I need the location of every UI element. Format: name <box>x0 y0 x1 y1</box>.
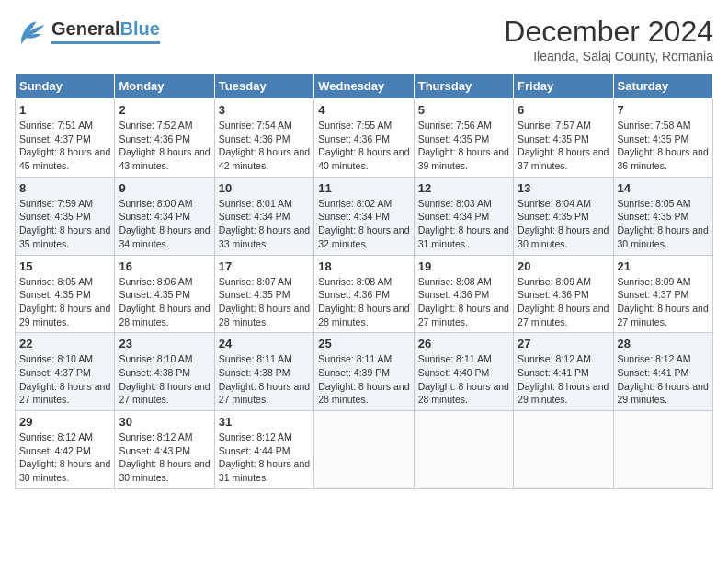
day-info: Sunrise: 8:00 AM Sunset: 4:34 PM Dayligh… <box>119 197 210 251</box>
daylight-text: Daylight: 8 hours and 35 minutes. <box>19 224 110 249</box>
daylight-text: Daylight: 8 hours and 33 minutes. <box>219 224 310 249</box>
calendar-cell: 23 Sunrise: 8:10 AM Sunset: 4:38 PM Dayl… <box>115 333 214 411</box>
weekday-header-monday: Monday <box>115 74 214 99</box>
day-number: 15 <box>19 259 110 273</box>
day-number: 2 <box>119 103 210 117</box>
daylight-text: Daylight: 8 hours and 32 minutes. <box>318 224 409 249</box>
sunset-text: Sunset: 4:42 PM <box>19 445 91 456</box>
calendar-cell <box>613 411 712 489</box>
logo-bird-icon <box>15 15 48 48</box>
daylight-text: Daylight: 8 hours and 27 minutes. <box>418 303 509 327</box>
daylight-text: Daylight: 8 hours and 27 minutes. <box>618 303 709 327</box>
sunrise-text: Sunrise: 8:12 AM <box>219 431 292 442</box>
sunrise-text: Sunrise: 8:12 AM <box>119 431 192 442</box>
sunrise-text: Sunrise: 8:09 AM <box>618 276 691 287</box>
daylight-text: Daylight: 8 hours and 34 minutes. <box>119 224 210 249</box>
sunrise-text: Sunrise: 8:11 AM <box>318 353 392 364</box>
sunset-text: Sunset: 4:37 PM <box>19 367 91 378</box>
day-number: 16 <box>119 259 210 273</box>
day-number: 27 <box>518 337 609 350</box>
day-number: 5 <box>418 103 509 117</box>
day-number: 10 <box>219 181 310 195</box>
sunset-text: Sunset: 4:35 PM <box>518 211 589 222</box>
daylight-text: Daylight: 8 hours and 27 minutes. <box>518 303 609 327</box>
day-number: 11 <box>318 181 409 195</box>
sunset-text: Sunset: 4:41 PM <box>518 367 589 378</box>
sunrise-text: Sunrise: 8:05 AM <box>19 276 93 287</box>
sunrise-text: Sunrise: 8:12 AM <box>518 353 591 364</box>
daylight-text: Daylight: 8 hours and 27 minutes. <box>119 381 210 406</box>
sunrise-text: Sunrise: 7:58 AM <box>618 120 691 131</box>
title-section: December 2024 Ileanda, Salaj County, Rom… <box>504 15 713 63</box>
day-info: Sunrise: 7:56 AM Sunset: 4:35 PM Dayligh… <box>418 119 509 173</box>
day-number: 20 <box>518 259 609 273</box>
daylight-text: Daylight: 8 hours and 43 minutes. <box>119 146 210 171</box>
day-number: 7 <box>618 103 709 117</box>
daylight-text: Daylight: 8 hours and 42 minutes. <box>219 146 310 171</box>
day-number: 3 <box>219 103 310 117</box>
day-info: Sunrise: 8:05 AM Sunset: 4:35 PM Dayligh… <box>19 275 110 329</box>
logo-general: General <box>51 18 119 40</box>
sunrise-text: Sunrise: 8:02 AM <box>318 198 392 209</box>
daylight-text: Daylight: 8 hours and 30 minutes. <box>19 458 110 483</box>
day-info: Sunrise: 8:02 AM Sunset: 4:34 PM Dayligh… <box>318 197 409 251</box>
day-info: Sunrise: 7:58 AM Sunset: 4:35 PM Dayligh… <box>618 119 709 173</box>
day-info: Sunrise: 8:11 AM Sunset: 4:38 PM Dayligh… <box>219 352 310 407</box>
day-number: 4 <box>318 103 409 117</box>
daylight-text: Daylight: 8 hours and 37 minutes. <box>518 146 609 171</box>
sunset-text: Sunset: 4:36 PM <box>219 133 290 144</box>
day-info: Sunrise: 8:04 AM Sunset: 4:35 PM Dayligh… <box>518 197 609 251</box>
calendar-cell: 27 Sunrise: 8:12 AM Sunset: 4:41 PM Dayl… <box>514 333 613 411</box>
daylight-text: Daylight: 8 hours and 40 minutes. <box>318 146 409 171</box>
day-number: 31 <box>219 415 310 429</box>
day-info: Sunrise: 8:12 AM Sunset: 4:41 PM Dayligh… <box>618 352 709 407</box>
sunset-text: Sunset: 4:41 PM <box>618 367 689 378</box>
daylight-text: Daylight: 8 hours and 30 minutes. <box>119 458 210 483</box>
calendar-week-5: 29 Sunrise: 8:12 AM Sunset: 4:42 PM Dayl… <box>16 411 713 489</box>
daylight-text: Daylight: 8 hours and 30 minutes. <box>518 224 609 249</box>
logo: General Blue <box>15 15 160 48</box>
calendar-cell: 9 Sunrise: 8:00 AM Sunset: 4:34 PM Dayli… <box>115 177 214 255</box>
sunset-text: Sunset: 4:35 PM <box>518 133 589 144</box>
sunset-text: Sunset: 4:36 PM <box>518 289 589 300</box>
calendar-cell: 24 Sunrise: 8:11 AM Sunset: 4:38 PM Dayl… <box>214 333 313 411</box>
calendar-cell: 30 Sunrise: 8:12 AM Sunset: 4:43 PM Dayl… <box>115 411 214 489</box>
sunrise-text: Sunrise: 7:52 AM <box>119 120 192 131</box>
calendar-cell: 19 Sunrise: 8:08 AM Sunset: 4:36 PM Dayl… <box>414 255 513 333</box>
sunrise-text: Sunrise: 8:07 AM <box>219 276 292 287</box>
calendar-cell: 28 Sunrise: 8:12 AM Sunset: 4:41 PM Dayl… <box>613 333 712 411</box>
sunset-text: Sunset: 4:44 PM <box>219 445 290 456</box>
daylight-text: Daylight: 8 hours and 27 minutes. <box>19 381 110 406</box>
calendar-cell: 2 Sunrise: 7:52 AM Sunset: 4:36 PM Dayli… <box>115 99 214 178</box>
calendar-cell: 18 Sunrise: 8:08 AM Sunset: 4:36 PM Dayl… <box>314 255 414 333</box>
sunrise-text: Sunrise: 8:05 AM <box>618 198 691 209</box>
calendar-cell: 3 Sunrise: 7:54 AM Sunset: 4:36 PM Dayli… <box>214 99 313 178</box>
sunrise-text: Sunrise: 8:11 AM <box>219 353 292 364</box>
calendar-cell: 15 Sunrise: 8:05 AM Sunset: 4:35 PM Dayl… <box>16 255 115 333</box>
sunrise-text: Sunrise: 8:10 AM <box>119 353 192 364</box>
day-info: Sunrise: 8:12 AM Sunset: 4:42 PM Dayligh… <box>19 431 110 485</box>
day-info: Sunrise: 8:12 AM Sunset: 4:41 PM Dayligh… <box>518 352 609 407</box>
sunset-text: Sunset: 4:37 PM <box>19 133 91 144</box>
day-info: Sunrise: 7:57 AM Sunset: 4:35 PM Dayligh… <box>518 119 609 173</box>
sunrise-text: Sunrise: 7:57 AM <box>518 120 591 131</box>
day-number: 18 <box>318 259 409 273</box>
page-header: General Blue December 2024 Ileanda, Sala… <box>15 15 713 63</box>
sunset-text: Sunset: 4:34 PM <box>119 211 190 222</box>
sunset-text: Sunset: 4:35 PM <box>618 211 689 222</box>
day-info: Sunrise: 8:08 AM Sunset: 4:36 PM Dayligh… <box>318 275 409 329</box>
daylight-text: Daylight: 8 hours and 45 minutes. <box>19 146 110 171</box>
location-title: Ileanda, Salaj County, Romania <box>504 49 713 63</box>
day-number: 29 <box>19 415 110 429</box>
sunset-text: Sunset: 4:36 PM <box>318 289 390 300</box>
calendar-week-2: 8 Sunrise: 7:59 AM Sunset: 4:35 PM Dayli… <box>16 177 713 255</box>
calendar-week-3: 15 Sunrise: 8:05 AM Sunset: 4:35 PM Dayl… <box>16 255 713 333</box>
day-info: Sunrise: 8:12 AM Sunset: 4:44 PM Dayligh… <box>219 431 310 485</box>
daylight-text: Daylight: 8 hours and 29 minutes. <box>518 381 609 406</box>
day-info: Sunrise: 8:01 AM Sunset: 4:34 PM Dayligh… <box>219 197 310 251</box>
sunset-text: Sunset: 4:39 PM <box>318 367 390 378</box>
day-number: 24 <box>219 337 310 350</box>
sunset-text: Sunset: 4:34 PM <box>418 211 490 222</box>
day-info: Sunrise: 8:09 AM Sunset: 4:36 PM Dayligh… <box>518 275 609 329</box>
sunrise-text: Sunrise: 7:51 AM <box>19 120 93 131</box>
